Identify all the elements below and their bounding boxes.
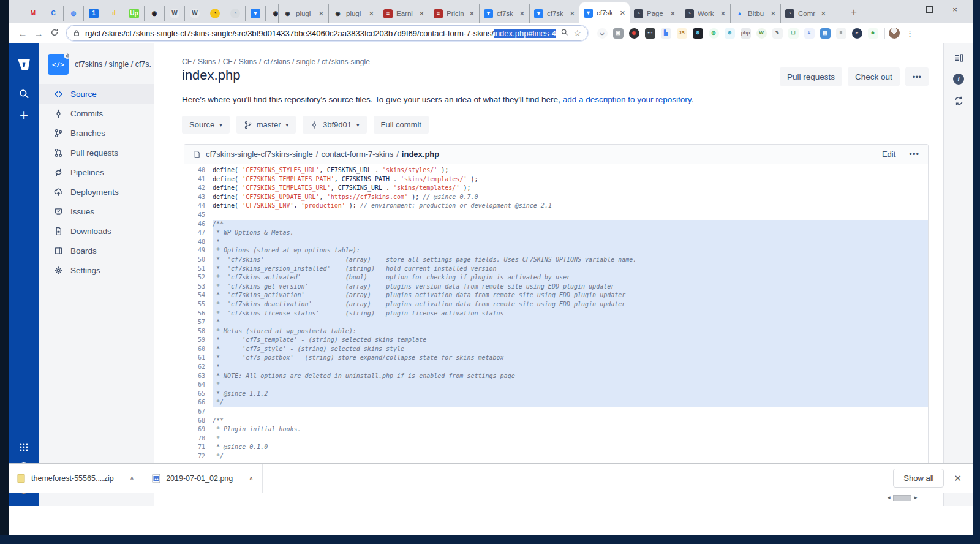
scroll-right-arrow[interactable]: ► <box>913 495 918 501</box>
breadcrumb-item[interactable]: cf7skins / single / cf7skins-single <box>263 58 369 66</box>
line-number[interactable]: 64 <box>184 380 213 390</box>
dots-box-icon[interactable]: ⋯ <box>645 28 655 39</box>
line-number[interactable]: 51 <box>184 265 213 274</box>
chevron-up-icon[interactable]: ∧ <box>130 475 134 482</box>
refresh-button[interactable] <box>47 28 62 39</box>
line-number[interactable]: 69 <box>184 425 213 434</box>
page-more-button[interactable]: ••• <box>905 67 929 86</box>
react-blue-icon[interactable]: ⊛ <box>725 28 735 39</box>
tab-close-icon[interactable]: ✕ <box>620 9 625 17</box>
close-button[interactable]: × <box>942 0 968 18</box>
line-number[interactable]: 66 <box>184 398 213 407</box>
branch-select[interactable]: master▾ <box>236 116 296 134</box>
tab-close-icon[interactable]: ✕ <box>318 10 324 18</box>
sidebar-item-downloads[interactable]: Downloads <box>39 221 154 241</box>
file-more-button[interactable]: ••• <box>909 149 919 159</box>
scroll-left-arrow[interactable]: ◄ <box>886 495 891 501</box>
line-number[interactable]: 46 <box>184 220 213 229</box>
line-number[interactable]: 59 <box>184 336 213 345</box>
minimize-button[interactable]: – <box>891 0 916 18</box>
box-blue-icon[interactable]: ▤ <box>820 28 831 39</box>
line-number[interactable]: 53 <box>184 282 213 292</box>
path-part[interactable]: contact-form-7-skins <box>321 149 393 159</box>
sidebar-item-settings[interactable]: Settings <box>39 260 154 280</box>
js-lens-icon[interactable]: JS <box>677 28 687 39</box>
pinned-tab[interactable]: Up <box>124 6 144 21</box>
line-number[interactable]: 49 <box>184 246 213 255</box>
pinned-tab[interactable]: ◔ <box>225 6 245 21</box>
tab-close-icon[interactable]: ✕ <box>821 10 826 18</box>
address-bar[interactable]: rg/cf7skins/cf7skins-single-cf7skins-sin… <box>66 25 588 41</box>
browser-tab[interactable]: ▼cf7sk✕ <box>529 4 579 23</box>
browser-tab[interactable]: ▼cf7sk✕ <box>479 4 529 23</box>
line-number[interactable]: 72 <box>184 452 213 461</box>
scrollbar-thumb[interactable] <box>893 495 911 501</box>
sidebar-item-branches[interactable]: Branches <box>39 123 154 143</box>
show-all-button[interactable]: Show all <box>893 469 944 488</box>
browser-menu-icon[interactable]: ⋮ <box>906 29 914 38</box>
information-icon[interactable]: i <box>944 74 973 85</box>
line-number[interactable]: 63 <box>184 372 213 381</box>
pinned-tab[interactable]: M <box>23 6 43 21</box>
pinned-tab[interactable]: C <box>43 6 63 21</box>
line-number[interactable]: 70 <box>184 434 213 444</box>
line-number[interactable]: 44 <box>184 202 213 211</box>
horizontal-scrollbar[interactable]: ◄ ► <box>184 494 929 502</box>
sidebar-item-commits[interactable]: Commits <box>39 104 154 123</box>
eyedropper-icon[interactable]: ✎ <box>772 28 783 39</box>
tab-close-icon[interactable]: ✕ <box>720 10 726 18</box>
line-number[interactable]: 47 <box>184 229 213 238</box>
sidebar-item-pull-requests[interactable]: Pull requests <box>39 143 154 162</box>
code-viewer[interactable]: 40define( 'CF7SKINS_STYLES_URL', CF7SKIN… <box>184 164 928 493</box>
tab-close-icon[interactable]: ✕ <box>369 10 374 18</box>
line-number[interactable]: 60 <box>184 345 213 354</box>
repo-header[interactable]: </> cf7skins / single / cf7s... <box>48 54 151 75</box>
details-panel-icon[interactable] <box>944 53 973 63</box>
line-number[interactable]: 43 <box>184 193 213 202</box>
line-number[interactable]: 62 <box>184 363 213 372</box>
maximize-button[interactable] <box>916 0 942 18</box>
apps-grid-icon[interactable] <box>9 442 39 452</box>
sidebar-item-issues[interactable]: Issues <box>39 202 154 221</box>
camera-icon[interactable]: ▣ <box>613 28 624 39</box>
pocket-icon[interactable]: ◡ <box>597 28 608 39</box>
line-number[interactable]: 61 <box>184 353 213 363</box>
download-item[interactable]: themeforest-55565....zip∧ <box>9 464 143 493</box>
line-number[interactable]: 71 <box>184 443 213 452</box>
pinned-tab[interactable]: W <box>184 6 205 21</box>
browser-tab[interactable]: ◉plugi✕ <box>328 4 379 23</box>
sidebar-item-source[interactable]: Source <box>39 84 154 104</box>
line-number[interactable]: 55 <box>184 300 213 309</box>
line-number[interactable]: 67 <box>184 407 213 417</box>
source-select[interactable]: Source▾ <box>182 116 230 134</box>
line-number[interactable]: 50 <box>184 255 213 265</box>
browser-tab[interactable]: ▼cf7sk✕ <box>579 2 630 23</box>
search-icon[interactable] <box>9 88 39 99</box>
pinned-tab[interactable]: W <box>164 6 184 21</box>
line-number[interactable]: 54 <box>184 291 213 300</box>
tab-close-icon[interactable]: ✕ <box>419 10 424 18</box>
pinned-tab[interactable]: ıl <box>104 6 124 21</box>
search-icon[interactable] <box>560 28 568 38</box>
tab-close-icon[interactable]: ✕ <box>519 10 525 18</box>
add-description-link[interactable]: add a description to your repository <box>563 95 692 104</box>
sidebar-item-boards[interactable]: Boards <box>39 241 154 260</box>
chevron-up-icon[interactable]: ∧ <box>249 475 253 482</box>
browser-tab[interactable]: ≡Earni✕ <box>379 4 429 23</box>
pinned-tab[interactable]: ◔ <box>205 6 225 21</box>
check-out-button[interactable]: Check out <box>848 67 900 86</box>
line-number[interactable]: 45 <box>184 211 213 220</box>
line-number[interactable]: 56 <box>184 309 213 319</box>
line-number[interactable]: 40 <box>184 166 213 175</box>
pinned-tab[interactable]: ▼ <box>245 6 265 21</box>
green-mask-icon[interactable]: ☻ <box>868 28 878 39</box>
edit-button[interactable]: Edit <box>882 149 895 159</box>
forward-button[interactable]: → <box>31 28 47 39</box>
sync-icon[interactable] <box>944 96 973 106</box>
browser-tab[interactable]: ◉plugi✕ <box>278 4 328 23</box>
commit-select[interactable]: 3bf9d01▾ <box>303 116 367 134</box>
line-number[interactable]: 65 <box>184 390 213 399</box>
url-text[interactable]: rg/cf7skins/cf7skins-single-cf7skins-sin… <box>85 29 556 38</box>
pinned-tab[interactable]: ◍ <box>63 6 83 21</box>
bitbucket-logo[interactable] <box>9 56 39 72</box>
